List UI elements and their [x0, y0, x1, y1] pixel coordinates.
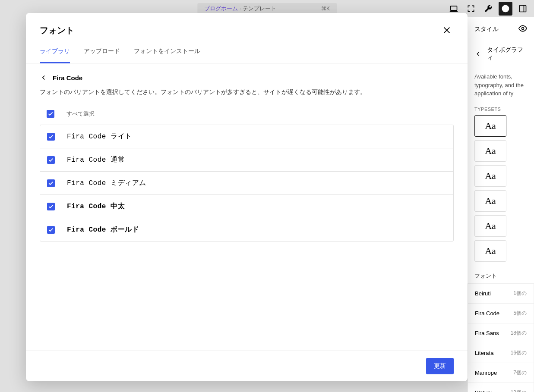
variant-description: フォントのバリアントを選択してください。フォントのバリアントが多すぎると、サイト… [40, 88, 454, 96]
chevron-left-icon [40, 74, 47, 82]
variant-checkbox[interactable] [47, 133, 55, 141]
variant-checkbox[interactable] [47, 179, 55, 187]
select-all-label: すべて選択 [66, 110, 95, 118]
close-button[interactable] [440, 23, 454, 37]
font-back-nav[interactable]: Fira Code [40, 74, 454, 82]
select-all-row[interactable]: すべて選択 [40, 107, 454, 121]
variant-list: Fira Code ライトFira Code 通常Fira Code ミディアム… [40, 125, 454, 241]
variant-label: Fira Code 中太 [67, 202, 125, 211]
select-all-checkbox[interactable] [47, 110, 54, 118]
variant-label: Fira Code 通常 [67, 155, 125, 164]
variant-label: Fira Code ボールド [67, 225, 139, 234]
modal-title: フォント [40, 25, 74, 36]
font-name-heading: Fira Code [53, 74, 82, 82]
variant-checkbox[interactable] [47, 203, 55, 210]
modal-tab[interactable]: アップロード [84, 47, 120, 63]
variant-label: Fira Code ミディアム [67, 179, 146, 188]
modal-tabs: ライブラリアップロードフォントをインストール [26, 37, 468, 63]
variant-checkbox[interactable] [47, 226, 55, 234]
font-modal: フォント ライブラリアップロードフォントをインストール Fira Code フォ… [26, 13, 468, 381]
update-button[interactable]: 更新 [426, 358, 454, 374]
close-icon [442, 25, 452, 35]
variant-row[interactable]: Fira Code 中太 [40, 195, 453, 218]
variant-row[interactable]: Fira Code ライト [40, 125, 453, 148]
variant-label: Fira Code ライト [67, 132, 132, 141]
variant-row[interactable]: Fira Code ミディアム [40, 172, 453, 195]
modal-tab[interactable]: フォントをインストール [134, 47, 200, 63]
variant-checkbox[interactable] [47, 156, 55, 164]
modal-tab[interactable]: ライブラリ [40, 47, 70, 63]
variant-row[interactable]: Fira Code ボールド [40, 218, 453, 241]
variant-row[interactable]: Fira Code 通常 [40, 148, 453, 172]
